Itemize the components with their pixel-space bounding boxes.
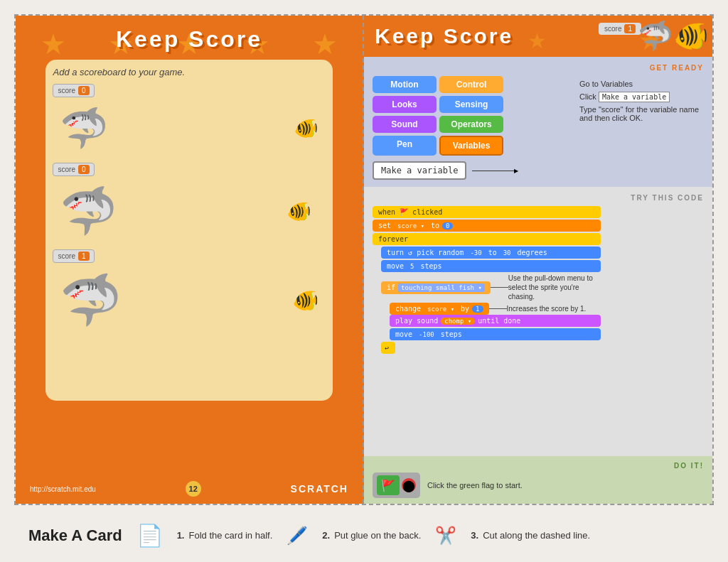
footer-brand: SCRATCH bbox=[291, 483, 348, 495]
code-line-6: if touching small fish ▾ bbox=[381, 281, 491, 294]
scene-row-2: score 0 🦈 🐠 bbox=[53, 162, 325, 242]
shark-fish-graphic: 🦈🐠 bbox=[638, 19, 709, 53]
block-variables[interactable]: Variables bbox=[439, 136, 503, 156]
get-ready-header: GET READY bbox=[373, 64, 704, 72]
game-scene: score 0 🦈 🐠 score 0 bbox=[53, 83, 325, 333]
code-and-notes: when 🚩 clicked set score ▾ to 0 forever … bbox=[373, 206, 704, 355]
score-label-1: score bbox=[58, 87, 75, 94]
scene-row-1-content: 🦈 🐠 bbox=[53, 102, 325, 155]
instructions-side: Go to Variables Click Make a variable Ty… bbox=[576, 76, 704, 180]
instruction-1: Go to Variables bbox=[579, 80, 700, 88]
bottom-bar: Make A Card 📄 1. Fold the card in half. … bbox=[14, 509, 714, 562]
code-section: TRY THIS CODE when 🚩 clicked set score ▾… bbox=[364, 187, 712, 456]
bottom-step-1: 1. Fold the card in half. bbox=[177, 530, 273, 541]
try-this-code-header: TRY THIS CODE bbox=[373, 194, 704, 202]
card-icon: 📄 bbox=[136, 523, 163, 548]
scene-row-3: score 1 🦈 🐠 bbox=[53, 249, 325, 333]
step-2-num: 2. bbox=[322, 530, 330, 541]
blocks-grid: Motion Control Looks Sensing Sound Opera… bbox=[373, 76, 570, 156]
red-stop-button[interactable]: ⬤ bbox=[402, 478, 416, 492]
right-title: Keep Score bbox=[375, 24, 513, 48]
glue-icon: 🖊️ bbox=[287, 526, 308, 546]
make-card-title: Make A Card bbox=[28, 526, 122, 545]
step-3-text: Cut along the dashed line. bbox=[483, 530, 590, 541]
shark-icon-3: 🦈 bbox=[60, 271, 122, 329]
block-sound[interactable]: Sound bbox=[373, 116, 437, 133]
doit-content: 🚩 ⬤ Click the green flag to start. bbox=[373, 472, 704, 498]
score-value-3: 1 bbox=[78, 252, 90, 261]
score-value-2: 0 bbox=[78, 165, 90, 174]
footer-num: 12 bbox=[186, 481, 201, 497]
block-pen[interactable]: Pen bbox=[373, 136, 437, 156]
step-1-text: Fold the card in half. bbox=[188, 530, 272, 541]
code-line-8: play sound chomp ▾ until done bbox=[390, 315, 601, 327]
instruction-3: Type "score" for the variable name and t… bbox=[579, 105, 700, 122]
fish-icon-1: 🐠 bbox=[294, 117, 318, 140]
instruction-2: Click Make a variable bbox=[579, 92, 700, 101]
bottom-step-2: 2. Put glue on the back. bbox=[322, 530, 421, 541]
game-card: Add a scoreboard to your game. score 0 🦈… bbox=[46, 60, 332, 401]
blocks-section: GET READY Motion Control Looks Sensing S… bbox=[364, 57, 712, 187]
code-line-9: move -100 steps bbox=[390, 328, 601, 340]
code-blocks: when 🚩 clicked set score ▾ to 0 forever … bbox=[373, 206, 601, 355]
code-line-5: move 5 steps bbox=[381, 260, 601, 272]
block-operators[interactable]: Operators bbox=[439, 116, 503, 133]
score-bar-1: score 0 bbox=[53, 84, 94, 97]
scene-row-3-content: 🦈 🐠 bbox=[53, 267, 325, 333]
code-line-4: turn ↺ pick random -30 to 30 degrees bbox=[381, 247, 601, 259]
footer-url: http://scratch.mit.edu bbox=[30, 485, 96, 493]
bottom-step-3: 3. Cut along the dashed line. bbox=[471, 530, 590, 541]
code-line-1: when 🚩 clicked bbox=[373, 206, 601, 218]
step-1-num: 1. bbox=[177, 530, 185, 541]
right-panel: ★ ★ ★ score 1 Keep Score 🦈🐠 GET READY bbox=[364, 16, 712, 504]
flag-stop-group: 🚩 ⬤ bbox=[373, 472, 420, 498]
fish-icon-3: 🐠 bbox=[292, 288, 318, 313]
block-looks[interactable]: Looks bbox=[373, 96, 437, 113]
doit-header: DO IT! bbox=[373, 462, 704, 470]
score-label-3: score bbox=[58, 252, 75, 260]
main-container: ★ ★ ★ ★ ★ Keep Score Add a scoreboard to… bbox=[0, 0, 728, 562]
doit-text: Click the green flag to start. bbox=[427, 481, 523, 490]
right-header: ★ ★ ★ score 1 Keep Score 🦈🐠 bbox=[364, 16, 712, 57]
fish-icon-2: 🐠 bbox=[287, 200, 311, 223]
score-value-1: 0 bbox=[78, 86, 90, 95]
block-motion[interactable]: Motion bbox=[373, 76, 437, 93]
left-panel: ★ ★ ★ ★ ★ Keep Score Add a scoreboard to… bbox=[16, 16, 364, 504]
code-line-2: set score ▾ to 0 bbox=[373, 220, 601, 232]
block-sensing[interactable]: Sensing bbox=[439, 96, 503, 113]
code-line-7: change score ▾ by 1 bbox=[390, 303, 489, 315]
note-2: Increases the score by 1. bbox=[507, 305, 599, 313]
scene-row-1: score 0 🦈 🐠 bbox=[53, 83, 325, 155]
score-bar-2: score 0 bbox=[53, 163, 94, 176]
block-control[interactable]: Control bbox=[439, 76, 503, 93]
left-title: Keep Score bbox=[26, 26, 352, 53]
left-footer: http://scratch.mit.edu 12 SCRATCH bbox=[16, 481, 363, 497]
score-bar-3: score 1 bbox=[53, 249, 94, 263]
shark-icon-2: 🦈 bbox=[60, 184, 117, 238]
shark-icon-1: 🦈 bbox=[60, 105, 109, 151]
card-area: ★ ★ ★ ★ ★ Keep Score Add a scoreboard to… bbox=[14, 14, 714, 505]
score-label-2: score bbox=[58, 166, 75, 173]
make-variable-row: Make a variable ▶ bbox=[373, 161, 570, 180]
scene-row-2-content: 🦈 🐠 bbox=[53, 180, 325, 242]
doit-section: DO IT! 🚩 ⬤ Click the green flag to start… bbox=[364, 456, 712, 504]
code-line-end: ↩ bbox=[381, 342, 395, 354]
scissors-icon: ✂️ bbox=[435, 526, 456, 546]
step-2-text: Put glue on the back. bbox=[334, 530, 421, 541]
make-variable-button[interactable]: Make a variable bbox=[373, 161, 466, 180]
green-flag-button[interactable]: 🚩 bbox=[377, 475, 400, 495]
code-line-3: forever bbox=[373, 233, 601, 245]
note-1: Use the pull-down menu to select the spr… bbox=[508, 274, 601, 301]
step-3-num: 3. bbox=[471, 530, 478, 541]
